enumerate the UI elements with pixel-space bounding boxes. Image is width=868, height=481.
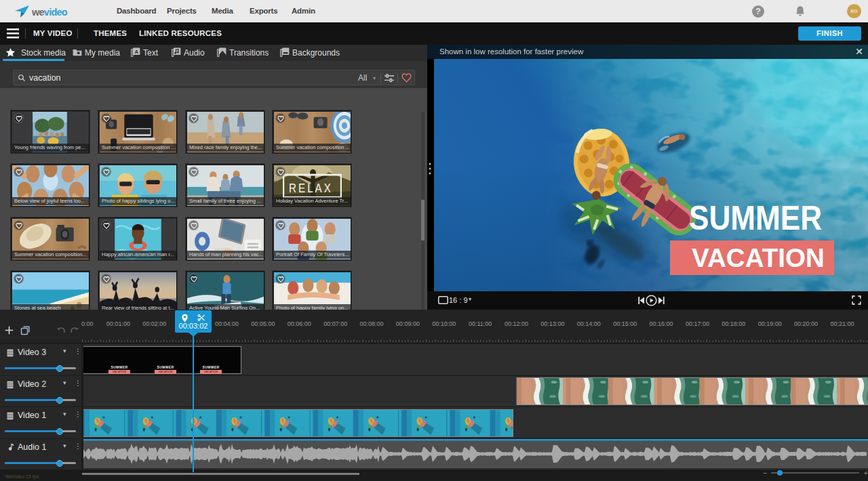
svg-text:RELAX: RELAX xyxy=(289,180,333,195)
svg-text:SUMMER: SUMMER xyxy=(689,199,822,237)
svg-text:wevideo: wevideo xyxy=(31,7,68,18)
svg-text:A: A xyxy=(134,49,138,55)
svg-text:VACATION: VACATION xyxy=(692,244,825,272)
